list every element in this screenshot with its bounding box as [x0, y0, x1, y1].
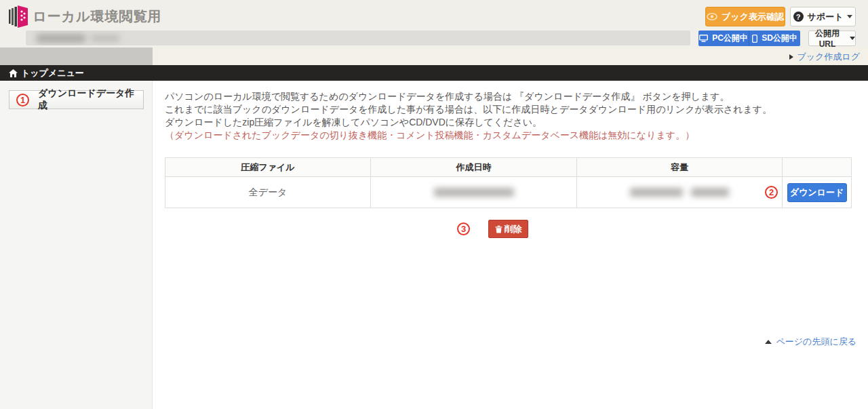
- top-menu-bar[interactable]: トップメニュー: [0, 65, 868, 81]
- delete-label: 削除: [505, 223, 522, 235]
- delete-row: 3 削除: [488, 220, 528, 238]
- question-icon: ?: [793, 12, 804, 22]
- page: ローカル環境閲覧用 ブック表示確認 ? サポート PC公開中: [0, 0, 868, 409]
- header-size: 容量: [577, 158, 783, 177]
- sidebar-item-create-download-data[interactable]: 1 ダウンロードデータ作成: [9, 90, 144, 109]
- main: 1 ダウンロードデータ作成 パソコンのローカル環境で閲覧するためのダウンロードデ…: [0, 81, 868, 409]
- back-to-top-label: ページの先頭に戻る: [776, 336, 856, 348]
- top-menu-label: トップメニュー: [21, 67, 84, 79]
- delete-button[interactable]: 削除: [488, 220, 528, 238]
- redacted-book-title-2: [91, 35, 119, 42]
- smartphone-icon: [752, 35, 757, 43]
- page-title: ローカル環境閲覧用: [33, 7, 161, 26]
- callout-2-badge: 2: [765, 186, 778, 199]
- instruction-line-1: パソコンのローカル環境で閲覧するためのダウンロードデータを作成する場合は 『ダウ…: [165, 90, 852, 103]
- triangle-up-icon: [765, 340, 772, 344]
- support-button[interactable]: ? サポート: [790, 7, 856, 26]
- callout-3-badge: 3: [457, 222, 470, 235]
- header-action: [783, 158, 852, 177]
- redacted-size-1: [630, 188, 683, 197]
- public-url-button[interactable]: 公開用URL: [808, 31, 856, 46]
- book-title-field[interactable]: [26, 31, 690, 45]
- book-creation-log-link[interactable]: ブック作成ログ: [789, 51, 860, 63]
- download-table: 圧縮ファイル 作成日時 容量 全データ: [165, 157, 852, 208]
- sd-publish-label: SD公開中: [762, 33, 797, 44]
- back-to-top-link[interactable]: ページの先頭に戻る: [765, 336, 856, 348]
- sidebar-top-spacer: [0, 47, 153, 65]
- redacted-book-title: [37, 34, 85, 43]
- content: パソコンのローカル環境で閲覧するためのダウンロードデータを作成する場合は 『ダウ…: [153, 81, 868, 409]
- pc-monitor-icon: [699, 35, 708, 42]
- support-label: サポート: [808, 11, 844, 23]
- header-compressed-file: 圧縮ファイル: [165, 158, 371, 177]
- sub-strip: ブック作成ログ: [0, 47, 868, 65]
- header-created-at: 作成日時: [371, 158, 577, 177]
- pc-publish-status-button[interactable]: PC公開中: [698, 31, 749, 46]
- book-preview-label: ブック表示確認: [722, 11, 784, 23]
- table-row: 全データ 2: [165, 177, 852, 208]
- download-button[interactable]: ダウンロード: [787, 183, 847, 202]
- book-preview-button[interactable]: ブック表示確認: [705, 7, 785, 26]
- cell-created-at: [371, 177, 577, 208]
- triangle-right-icon: [789, 54, 793, 60]
- sd-publish-status-button[interactable]: SD公開中: [749, 31, 800, 46]
- home-icon: [9, 69, 18, 77]
- cell-size: 2: [577, 177, 783, 208]
- app-logo-icon: [9, 5, 28, 28]
- publish-status-group: PC公開中 SD公開中: [698, 31, 800, 46]
- header: ローカル環境閲覧用 ブック表示確認 ? サポート PC公開中: [0, 0, 868, 47]
- instruction-note: （ダウンロードされたブックデータの切り抜き機能・コメント投稿機能・カスタムデータ…: [165, 129, 852, 142]
- pc-publish-label: PC公開中: [712, 33, 748, 44]
- instructions: パソコンのローカル環境で閲覧するためのダウンロードデータを作成する場合は 『ダウ…: [165, 90, 852, 142]
- create-download-data-label: ダウンロードデータ作成: [38, 87, 143, 112]
- instruction-line-3: ダウンロードしたzip圧縮ファイルを解凍してパソコンやCD/DVDに保存してくだ…: [165, 116, 852, 129]
- public-url-label: 公開用URL: [809, 28, 846, 49]
- callout-1-badge: 1: [16, 94, 29, 106]
- instruction-line-2: これまでに該当ブックのダウンロードデータを作成した事が有る場合は、以下に作成日時…: [165, 103, 852, 116]
- chevron-down-icon: [847, 15, 852, 18]
- table-header-row: 圧縮ファイル 作成日時 容量: [165, 158, 852, 177]
- redacted-created-at: [434, 188, 514, 197]
- cell-file-name: 全データ: [165, 177, 371, 208]
- sidebar: 1 ダウンロードデータ作成: [0, 81, 153, 409]
- redacted-size-2: [691, 188, 729, 197]
- cell-action: ダウンロード: [783, 177, 852, 208]
- eye-icon: [707, 13, 717, 20]
- chevron-down-icon: [850, 37, 855, 40]
- book-creation-log-label: ブック作成ログ: [797, 51, 860, 63]
- trash-icon: [495, 225, 502, 233]
